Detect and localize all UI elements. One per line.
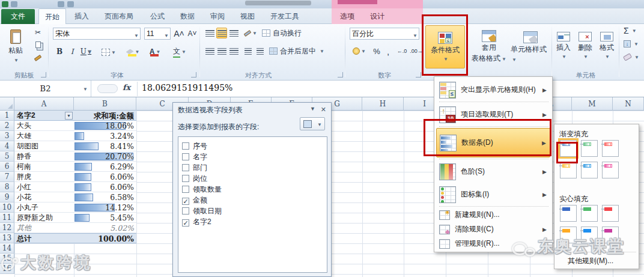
- column-header-B[interactable]: B: [74, 97, 136, 111]
- row-header-1[interactable]: 1: [0, 111, 14, 121]
- select-all-corner[interactable]: [0, 97, 14, 111]
- number-dialog-launcher-icon[interactable]: [416, 72, 421, 78]
- field-item-领取数量[interactable]: 领取数量: [182, 184, 222, 195]
- filter-dropdown-icon[interactable]: ▼: [65, 112, 73, 120]
- solid-databar-swatch-5[interactable]: [581, 227, 598, 243]
- pivot-value-cell[interactable]: 20.70%: [74, 151, 136, 162]
- align-bottom-button[interactable]: [228, 28, 239, 38]
- fill-button[interactable]: ↓▼: [624, 38, 642, 49]
- undo-icon[interactable]: [58, 1, 64, 7]
- pivot-value-cell[interactable]: 6.06%: [74, 182, 136, 192]
- solid-databar-swatch-1[interactable]: [560, 205, 577, 222]
- tab-开始[interactable]: 开始: [38, 8, 66, 24]
- borders-button[interactable]: ▼: [100, 47, 118, 58]
- row-header-7[interactable]: 7: [0, 172, 14, 182]
- row-header-14[interactable]: 14: [0, 243, 14, 254]
- pane-options-icon[interactable]: ▼: [310, 106, 315, 112]
- orientation-button[interactable]: ▼: [243, 28, 258, 38]
- tab-数据[interactable]: 数据: [174, 8, 201, 24]
- align-right-button[interactable]: [228, 46, 239, 56]
- gradient-databar-swatch-6[interactable]: [602, 162, 619, 178]
- name-box-dropdown-icon[interactable]: ▼: [83, 87, 88, 92]
- solid-databar-swatch-4[interactable]: [560, 227, 577, 243]
- increase-decimal-button[interactable]: ←.0: [395, 46, 409, 56]
- wrap-text-button[interactable]: 自动换行: [262, 28, 316, 38]
- row-header-6[interactable]: 6: [0, 162, 14, 172]
- checkbox-checked-icon[interactable]: ✓: [182, 219, 189, 227]
- copy-button[interactable]: [31, 40, 44, 49]
- pivot-value-cell[interactable]: 5.02%: [74, 223, 136, 233]
- pivot-value-cell[interactable]: 3.24%: [74, 131, 136, 141]
- column-header-M[interactable]: M: [572, 97, 613, 111]
- row-header-8[interactable]: 8: [0, 182, 14, 192]
- fx-icon[interactable]: fx: [123, 83, 130, 92]
- solid-databar-swatch-3[interactable]: [602, 205, 619, 222]
- align-left-button[interactable]: [204, 46, 215, 56]
- phonetic-guide-button[interactable]: 文▼: [169, 46, 190, 58]
- menu-item-突出显示单元格规则(H)[interactable]: ≤突出显示单元格规则(H)▶: [436, 79, 550, 101]
- clear-button[interactable]: ▼: [624, 52, 642, 62]
- solid-databar-swatch-2[interactable]: [581, 205, 598, 222]
- pivot-value-cell[interactable]: 6.06%: [74, 172, 136, 182]
- percent-style-button[interactable]: %: [371, 46, 382, 56]
- paste-button[interactable]: 粘贴 ▼: [4, 26, 28, 66]
- pivot-name-cell[interactable]: 原野新之助: [14, 213, 74, 223]
- menu-item-清除规则(C)[interactable]: ◆清除规则(C)▶: [436, 222, 550, 236]
- cut-button[interactable]: ✂: [31, 28, 44, 37]
- accounting-format-button[interactable]: ▼: [351, 46, 368, 56]
- pivot-name-cell[interactable]: 柯南: [14, 162, 74, 172]
- row-header-2[interactable]: 2: [0, 121, 14, 131]
- tab-设计[interactable]: 设计: [364, 8, 390, 24]
- shrink-font-button[interactable]: A˅: [186, 28, 198, 40]
- merge-center-button[interactable]: 合并后居中▼: [269, 46, 336, 56]
- checkbox-unchecked-icon[interactable]: [182, 164, 189, 171]
- gradient-databar-swatch-4[interactable]: [560, 162, 577, 178]
- format-painter-button[interactable]: [31, 53, 44, 62]
- row-header-11[interactable]: 11: [0, 213, 14, 223]
- menu-item-管理规则(R)...[interactable]: 管理规则(R)...: [436, 237, 550, 251]
- cell-styles-button[interactable]: 单元格样式▼: [511, 25, 550, 68]
- tab-选项[interactable]: 选项: [334, 8, 360, 24]
- redo-icon[interactable]: [67, 1, 74, 7]
- field-item-岗位[interactable]: 岗位: [182, 173, 207, 184]
- menu-item-图标集(I)[interactable]: 图标集(I)▶: [436, 183, 550, 205]
- pivot-name-cell[interactable]: 小红: [14, 182, 74, 192]
- save-icon[interactable]: [11, 1, 17, 7]
- checkbox-unchecked-icon[interactable]: [182, 175, 189, 182]
- grow-font-button[interactable]: A˄: [173, 28, 185, 40]
- pivot-name-cell[interactable]: 其他: [14, 223, 74, 233]
- align-center-button[interactable]: [216, 46, 227, 56]
- formula-bar-value[interactable]: 18.0629151911495%: [142, 83, 232, 93]
- column-header-N[interactable]: N: [613, 97, 644, 111]
- pivot-value-cell[interactable]: 求和项:金额: [74, 111, 136, 121]
- font-name-combo[interactable]: 宋体▼: [53, 28, 141, 40]
- tab-页面布局[interactable]: 页面布局: [99, 8, 139, 24]
- bold-button[interactable]: B: [54, 46, 65, 58]
- pivot-name-cell[interactable]: 小丸子: [14, 202, 74, 213]
- number-format-combo[interactable]: 百分比▼: [350, 28, 419, 40]
- pivot-value-cell[interactable]: 14.12%: [74, 202, 136, 213]
- tab-审阅[interactable]: 审阅: [204, 8, 231, 24]
- solid-databar-swatch-6[interactable]: [602, 227, 619, 243]
- pivot-name-cell[interactable]: 大雄: [14, 131, 74, 141]
- comma-style-button[interactable]: ,: [384, 46, 392, 56]
- clipboard-dialog-launcher-icon[interactable]: [41, 72, 46, 78]
- close-icon[interactable]: ✕: [321, 106, 326, 114]
- field-item-序号[interactable]: 序号: [182, 141, 207, 151]
- checkbox-checked-icon[interactable]: ✓: [182, 198, 189, 205]
- checkbox-unchecked-icon[interactable]: [182, 142, 189, 150]
- checkbox-unchecked-icon[interactable]: [182, 186, 189, 193]
- gradient-databar-swatch-5[interactable]: [581, 162, 598, 178]
- field-list-layout-button[interactable]: ▼: [300, 117, 325, 130]
- align-middle-button[interactable]: [216, 28, 227, 38]
- pivot-name-cell[interactable]: 大头: [14, 121, 74, 131]
- font-dialog-launcher-icon[interactable]: [191, 72, 196, 78]
- autosum-button[interactable]: Σ▼: [624, 25, 642, 36]
- increase-indent-button[interactable]: [255, 46, 266, 56]
- pivot-name-cell[interactable]: 名字2▼: [14, 111, 74, 121]
- field-item-名字[interactable]: 名字: [182, 151, 207, 162]
- field-item-领取日期[interactable]: 领取日期: [182, 205, 222, 216]
- checkbox-unchecked-icon[interactable]: [182, 207, 189, 215]
- tab-公式[interactable]: 公式: [144, 8, 171, 24]
- row-header-12[interactable]: 12: [0, 223, 14, 233]
